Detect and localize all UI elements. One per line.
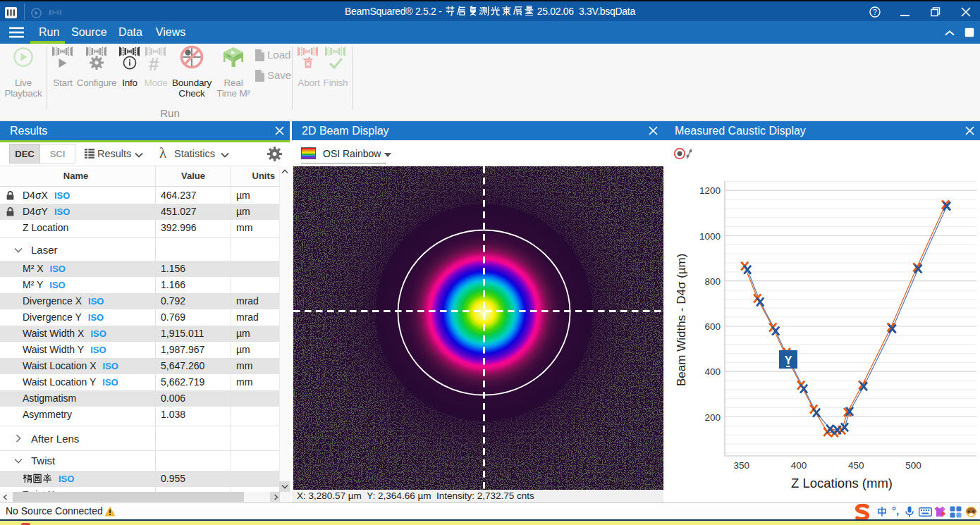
svg-text:?: ? bbox=[873, 8, 877, 16]
svg-text:400: 400 bbox=[791, 460, 807, 471]
svg-text:Y: Y bbox=[785, 354, 792, 366]
svg-text:400: 400 bbox=[704, 366, 721, 377]
svg-text:Z Locations (mm): Z Locations (mm) bbox=[791, 476, 893, 490]
svg-text:450: 450 bbox=[848, 460, 864, 471]
svg-text:1000: 1000 bbox=[699, 231, 721, 242]
svg-text:600: 600 bbox=[704, 321, 721, 332]
svg-text:350: 350 bbox=[734, 460, 750, 471]
svg-text:200: 200 bbox=[704, 412, 721, 423]
svg-text:Beam Widths - D4σ (µm): Beam Widths - D4σ (µm) bbox=[675, 254, 688, 386]
svg-text:1200: 1200 bbox=[699, 185, 721, 196]
svg-text:500: 500 bbox=[905, 460, 921, 471]
svg-text:800: 800 bbox=[704, 276, 721, 287]
